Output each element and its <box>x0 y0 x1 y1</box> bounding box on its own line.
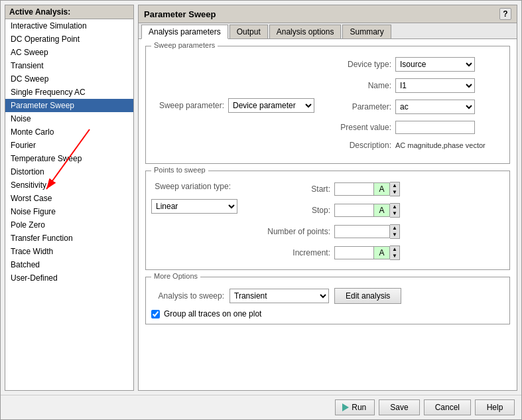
group-traces-label: Group all traces on one plot <box>164 309 261 318</box>
list-item-sensitivity[interactable]: Sensitivity <box>5 178 133 192</box>
name-select[interactable]: I1 <box>395 78 475 93</box>
num-points-label: Number of points: <box>257 227 330 236</box>
tab-analysis-parameters[interactable]: Analysis parameters <box>141 25 228 39</box>
list-item-trace-width[interactable]: Trace Width <box>5 245 133 258</box>
present-value-row: Present value: 0 A <box>338 121 504 134</box>
list-item-transient[interactable]: Transient <box>5 59 133 72</box>
variation-type-row: Sweep variation type: <box>151 182 237 191</box>
run-icon <box>342 403 349 411</box>
list-item-monte-carlo[interactable]: Monte Carlo <box>5 125 133 139</box>
increment-down-arrow[interactable]: ▼ <box>390 253 399 259</box>
run-button[interactable]: Run <box>335 399 375 415</box>
list-item-dc-operating-point[interactable]: DC Operating Point <box>5 33 133 46</box>
tab-output[interactable]: Output <box>229 25 268 38</box>
variation-type-label: Sweep variation type: <box>151 182 231 191</box>
description-label: Description: <box>338 141 391 150</box>
cancel-button[interactable]: Cancel <box>424 399 471 415</box>
panel-title: Parameter Sweep <box>144 9 216 19</box>
device-type-row: Device type: Isource <box>338 57 504 72</box>
sweep-parameter-select[interactable]: Device parameter <box>228 98 314 113</box>
footer: Run Save Cancel Help <box>1 395 521 419</box>
name-label: Name: <box>338 81 391 90</box>
points-to-sweep-title: Points to sweep <box>151 166 208 174</box>
tab-bar: Analysis parametersOutputAnalysis option… <box>139 23 517 39</box>
num-points-row: Number of points: 1 ▲ ▼ <box>257 224 504 239</box>
group-traces-checkbox[interactable] <box>151 310 160 318</box>
start-input[interactable]: 0 <box>334 182 374 196</box>
list-item-ac-sweep[interactable]: AC Sweep <box>5 46 133 59</box>
num-points-arrows: ▲ ▼ <box>390 224 400 239</box>
tab-analysis-options[interactable]: Analysis options <box>269 25 342 38</box>
more-options-section: More Options Analysis to sweep: Transien… <box>145 277 510 324</box>
start-label: Start: <box>257 184 330 194</box>
list-item-noise[interactable]: Noise <box>5 112 133 125</box>
parameter-row: Parameter: ac <box>338 100 504 114</box>
num-points-input[interactable]: 1 <box>334 225 390 238</box>
increment-label: Increment: <box>257 248 330 257</box>
start-down-arrow[interactable]: ▼ <box>390 189 399 196</box>
sweep-parameters-title: Sweep parameters <box>151 41 218 49</box>
save-button[interactable]: Save <box>379 399 419 415</box>
list-item-worst-case[interactable]: Worst Case <box>5 192 133 205</box>
increment-spin: 0 A ▲ ▼ <box>334 245 400 260</box>
more-options-title: More Options <box>151 272 200 280</box>
sweep-parameter-row: Sweep parameter: Device parameter Device… <box>151 57 504 154</box>
help-button[interactable]: Help <box>475 399 515 415</box>
right-panel: Parameter Sweep ? Analysis parametersOut… <box>138 5 517 391</box>
active-analysis-title: Active Analysis: <box>5 5 133 19</box>
analysis-to-sweep-select[interactable]: Transient <box>229 289 329 303</box>
help-icon-button[interactable]: ? <box>499 8 511 20</box>
num-points-down-arrow[interactable]: ▼ <box>390 232 399 238</box>
tab-summary[interactable]: Summary <box>342 25 391 38</box>
list-item-dc-sweep[interactable]: DC Sweep <box>5 72 133 86</box>
stop-down-arrow[interactable]: ▼ <box>390 210 399 217</box>
list-item-temperature-sweep[interactable]: Temperature Sweep <box>5 152 133 165</box>
list-item-pole-zero[interactable]: Pole Zero <box>5 218 133 232</box>
stop-arrows: ▲ ▼ <box>390 203 400 218</box>
left-panel: Active Analysis: Interactive SimulationD… <box>5 5 134 391</box>
increment-unit: A <box>374 246 390 259</box>
start-spin: 0 A ▲ ▼ <box>334 182 400 196</box>
increment-arrows: ▲ ▼ <box>390 245 400 260</box>
num-points-up-arrow[interactable]: ▲ <box>390 225 399 232</box>
list-item-noise-figure[interactable]: Noise Figure <box>5 205 133 218</box>
edit-analysis-button[interactable]: Edit analysis <box>334 288 401 304</box>
analysis-list: Interactive SimulationDC Operating Point… <box>5 19 133 390</box>
right-panel-header: Parameter Sweep ? <box>139 5 517 23</box>
list-item-single-frequency-ac[interactable]: Single Frequency AC <box>5 86 133 99</box>
group-traces-row: Group all traces on one plot <box>151 309 504 318</box>
device-type-select[interactable]: Isource <box>395 57 475 72</box>
list-item-batched[interactable]: Batched <box>5 258 133 271</box>
list-item-fourier[interactable]: Fourier <box>5 139 133 152</box>
sweep-parameter-label: Sweep parameter: <box>151 101 224 110</box>
analysis-to-sweep-row: Analysis to sweep: Transient Edit analys… <box>151 288 504 304</box>
points-to-sweep-section: Points to sweep Sweep variation type: Li… <box>145 171 510 270</box>
description-value: AC magnitude,phase vector <box>395 141 486 149</box>
variation-type-select[interactable]: Linear <box>151 199 237 214</box>
run-label: Run <box>352 403 366 412</box>
tab-content: Sweep parameters Sweep parameter: Device… <box>139 39 517 390</box>
parameter-select[interactable]: ac <box>395 100 475 114</box>
sweep-parameters-section: Sweep parameters Sweep parameter: Device… <box>145 46 510 164</box>
parameter-label: Parameter: <box>338 102 391 111</box>
list-item-parameter-sweep[interactable]: Parameter Sweep <box>5 99 133 112</box>
stop-input[interactable]: 0 <box>334 204 374 217</box>
increment-row: Increment: 0 A ▲ ▼ <box>257 245 504 260</box>
start-up-arrow[interactable]: ▲ <box>390 182 399 189</box>
stop-label: Stop: <box>257 206 330 215</box>
start-unit: A <box>374 182 390 196</box>
present-value-input[interactable]: 0 A <box>395 121 475 134</box>
device-type-label: Device type: <box>338 60 391 69</box>
list-item-interactive-simulation[interactable]: Interactive Simulation <box>5 19 133 33</box>
list-item-distortion[interactable]: Distortion <box>5 165 133 178</box>
present-value-label: Present value: <box>338 123 391 132</box>
list-item-user-defined[interactable]: User-Defined <box>5 271 133 285</box>
main-dialog: Active Analysis: Interactive SimulationD… <box>0 0 522 420</box>
stop-up-arrow[interactable]: ▲ <box>390 204 399 210</box>
increment-input[interactable]: 0 <box>334 246 374 259</box>
increment-up-arrow[interactable]: ▲ <box>390 246 399 253</box>
list-item-transfer-function[interactable]: Transfer Function <box>5 232 133 245</box>
start-arrows: ▲ ▼ <box>390 182 400 196</box>
stop-unit: A <box>374 204 390 217</box>
start-row: Start: 0 A ▲ ▼ <box>257 182 504 196</box>
